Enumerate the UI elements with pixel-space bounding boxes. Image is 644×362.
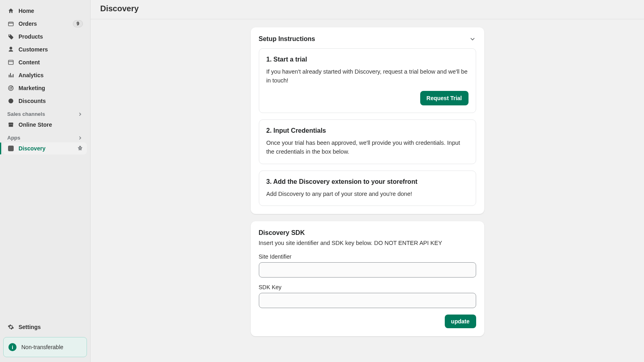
sidebar-item-label: Content	[19, 59, 40, 66]
store-icon	[7, 121, 14, 128]
sidebar-item-label: Home	[19, 8, 34, 14]
sidebar-item-label: Marketing	[19, 85, 45, 91]
card-title: Setup Instructions	[259, 35, 315, 43]
app-icon	[7, 145, 14, 152]
sidebar-item-orders[interactable]: Orders 9	[3, 18, 87, 30]
step-title: 2. Input Credentials	[266, 127, 469, 134]
sidebar-item-online-store[interactable]: Online Store	[3, 119, 87, 131]
callout-label: Non-transferable	[21, 344, 63, 350]
sidebar-item-analytics[interactable]: Analytics	[3, 69, 87, 81]
step-text: Add Discovery to any part of your store …	[266, 189, 469, 198]
orders-badge: 9	[73, 20, 83, 27]
sidebar-section-sales-channels[interactable]: Sales channels	[3, 108, 87, 119]
info-icon: i	[8, 343, 17, 351]
update-button[interactable]: update	[445, 315, 476, 328]
sidebar-item-label: Products	[19, 33, 43, 40]
step-title: 1. Start a trial	[266, 56, 469, 63]
card-discovery-sdk: Discovery SDK Insert you site identifier…	[251, 221, 484, 336]
chevron-down-icon[interactable]	[469, 35, 476, 43]
card-setup-instructions: Setup Instructions 1. Start a trial If y…	[251, 27, 484, 214]
sidebar-item-settings[interactable]: Settings	[3, 321, 87, 333]
site-identifier-label: Site Identifier	[259, 253, 476, 260]
gear-icon	[7, 323, 14, 331]
site-identifier-input[interactable]	[259, 262, 476, 278]
discounts-icon	[7, 97, 14, 105]
orders-icon	[7, 20, 14, 27]
svg-rect-0	[8, 22, 13, 26]
setup-step-2: 2. Input Credentials Once your trial has…	[259, 119, 476, 164]
marketing-icon	[7, 84, 14, 92]
sidebar-item-label: Settings	[19, 324, 41, 330]
sidebar-item-content[interactable]: Content	[3, 56, 87, 68]
chevron-right-icon	[77, 111, 83, 117]
sidebar-section-apps[interactable]: Apps	[3, 132, 87, 142]
svg-rect-1	[8, 60, 13, 65]
page-header: Discovery	[91, 0, 644, 19]
sidebar-item-home[interactable]: Home	[3, 5, 87, 17]
customers-icon	[7, 46, 14, 53]
analytics-icon	[7, 72, 14, 79]
home-icon	[7, 7, 14, 14]
sidebar-item-marketing[interactable]: Marketing	[3, 82, 87, 94]
sidebar-item-label: Customers	[19, 46, 48, 53]
sidebar-item-discovery[interactable]: Discovery	[3, 142, 87, 154]
card-title: Discovery SDK	[259, 229, 476, 237]
chevron-right-icon	[77, 135, 83, 141]
sidebar-item-products[interactable]: Products	[3, 31, 87, 43]
sdk-key-label: SDK Key	[259, 284, 476, 290]
page-title: Discovery	[100, 4, 634, 13]
callout-non-transferable[interactable]: i Non-transferable	[3, 337, 87, 357]
step-text: If you haven't already started with Disc…	[266, 67, 469, 85]
sidebar-item-label: Analytics	[19, 72, 43, 78]
sidebar-item-label: Orders	[19, 21, 37, 27]
content-icon	[7, 59, 14, 66]
svg-point-4	[8, 99, 13, 103]
products-icon	[7, 33, 14, 40]
setup-step-3: 3. Add the Discovery extension to your s…	[259, 171, 476, 206]
section-label: Sales channels	[7, 111, 45, 117]
content: Setup Instructions 1. Start a trial If y…	[91, 19, 644, 362]
setup-step-1: 1. Start a trial If you haven't already …	[259, 48, 476, 113]
sidebar-item-customers[interactable]: Customers	[3, 43, 87, 56]
sidebar-item-discounts[interactable]: Discounts	[3, 95, 87, 107]
request-trial-button[interactable]: Request Trial	[420, 91, 469, 105]
pin-icon[interactable]	[77, 146, 83, 151]
step-text: Once your trial has been approved, we'll…	[266, 138, 469, 156]
sidebar-item-label: Online Store	[19, 121, 52, 128]
sidebar: Home Orders 9 Products Customers	[0, 0, 91, 362]
sdk-key-input[interactable]	[259, 293, 476, 308]
section-label: Apps	[7, 135, 21, 141]
sidebar-item-label: Discounts	[19, 98, 46, 104]
step-title: 3. Add the Discovery extension to your s…	[266, 178, 469, 185]
sdk-description: Insert you site identifier and SDK key b…	[259, 240, 476, 246]
svg-point-3	[10, 87, 12, 89]
main: Discovery Setup Instructions 1. Start a …	[91, 0, 644, 362]
sidebar-item-label: Discovery	[19, 145, 45, 152]
